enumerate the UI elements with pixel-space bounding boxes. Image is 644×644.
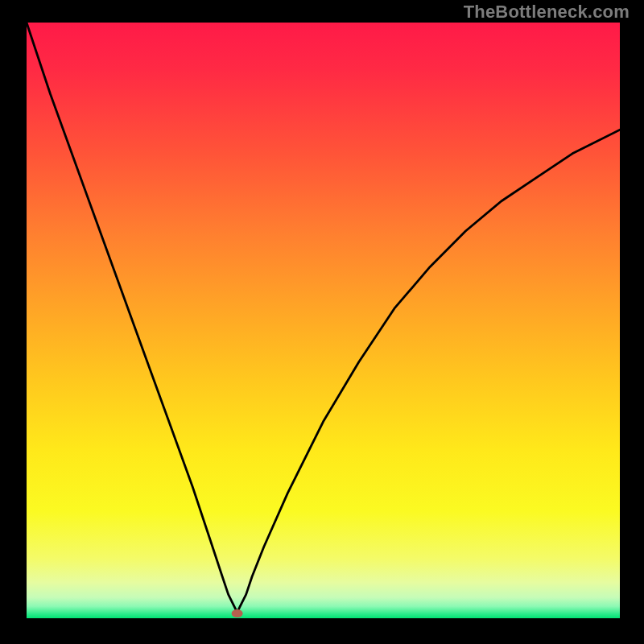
bottleneck-curve bbox=[27, 23, 620, 613]
plot-area bbox=[27, 23, 620, 618]
watermark-text: TheBottleneck.com bbox=[464, 2, 630, 23]
curve-svg bbox=[27, 23, 620, 618]
chart-frame: TheBottleneck.com bbox=[0, 0, 644, 644]
optimum-marker bbox=[232, 609, 243, 617]
